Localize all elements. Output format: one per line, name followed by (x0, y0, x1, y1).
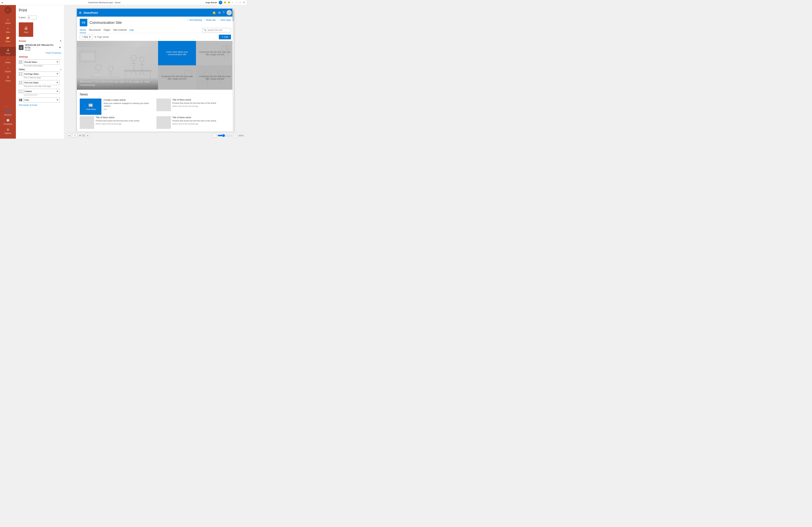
zoom-slider[interactable] (218, 134, 232, 137)
sp-news-featured[interactable]: 📰 + Add News (80, 99, 101, 115)
sidebar-item-open-label: Open (5, 40, 11, 42)
sidebar-item-print[interactable]: 🖨 Print (0, 47, 16, 56)
print-icon: 🖨 (6, 48, 10, 52)
sp-next-steps[interactable]: → Next steps (218, 19, 231, 21)
prev-page-button[interactable]: ◄ (67, 134, 71, 137)
sp-news-article-2-meta: Author name A few seconds ago (96, 123, 154, 125)
maximize-button[interactable]: □ (240, 1, 241, 4)
back-button[interactable]: ← (4, 6, 12, 14)
sp-news-create-time: now (104, 108, 154, 110)
zoom-out-button[interactable]: − (213, 134, 216, 137)
sidebar-item-close-label: Close (5, 80, 11, 82)
sp-waffle-icon[interactable]: ⊞ (79, 11, 82, 14)
sp-app-name: SharePoint (84, 11, 98, 14)
collated-value: 1,2,3 1,2,3 1,2,3 (24, 94, 60, 96)
sp-hero-tile-1: Learn more about your communication site (158, 41, 196, 65)
sp-news-article-1-meta: Author name A few seconds ago (172, 105, 231, 107)
sp-star-icon: ☆ (187, 19, 189, 21)
sp-hero-welcome-text: Welcome! Click Edit at the top right of … (80, 80, 155, 87)
sp-new-button[interactable]: + New ▼ (80, 35, 93, 39)
collated-select[interactable]: Collated (24, 89, 60, 94)
zoom-level: 161% (238, 134, 244, 137)
print-all-desc: Print entire presentation (24, 65, 60, 67)
slides-info-icon[interactable]: ℹ (60, 68, 61, 71)
printer-dropdown-icon[interactable]: ▼ (59, 46, 61, 49)
sp-hero-tile-3: Customize this tile with your own title,… (158, 65, 196, 90)
preview-page: ⊞ SharePoint 🔔 ⚙ ? CS Communi (77, 9, 234, 132)
app-container: ← ⌂ Home + New 📂 Open 🖨 Print ↑ Share ↓ … (0, 5, 246, 139)
sidebar-item-new[interactable]: + New (0, 26, 16, 35)
minimize-button[interactable]: ─ (236, 1, 237, 4)
sp-news-article-1-content: Title of News article Preview that shows… (172, 99, 231, 111)
sp-search-box[interactable]: 🔍 Search this site (202, 28, 231, 32)
titlebar-controls[interactable]: ─ □ ✕ (236, 1, 245, 4)
sidebar-bottom: 👤 Account 💬 Feedback ⚙ Options (4, 105, 12, 139)
sidebar-item-export[interactable]: ↓ Export (0, 65, 16, 74)
sp-new-chevron-icon: ▼ (89, 36, 91, 38)
sp-avatar[interactable] (227, 10, 232, 15)
sidebar-item-home[interactable]: ⌂ Home (0, 17, 16, 26)
preview-scroll[interactable]: ⊞ SharePoint 🔔 ⚙ ? CS Communi (64, 5, 246, 132)
sp-share-site[interactable]: ↑ Share site (204, 19, 216, 21)
sp-settings-icon[interactable]: ⚙ (218, 11, 221, 14)
sp-nav-pages[interactable]: Pages (104, 27, 110, 33)
color-icon (19, 98, 23, 102)
sp-nav-edit[interactable]: Edit (130, 29, 133, 31)
sp-page-details[interactable]: ⚙ Page details (95, 36, 109, 38)
sp-add-news-label: + Add News (85, 108, 96, 110)
sp-new-plus-icon: + (82, 36, 83, 38)
sp-news-time-3: A few seconds ago (183, 123, 198, 125)
current-page-input[interactable] (72, 134, 77, 137)
sp-edit-button[interactable]: ✎ Edit (219, 35, 231, 39)
copies-input[interactable] (28, 15, 37, 19)
printer-info-icon[interactable]: ℹ (60, 40, 61, 42)
sp-nav-documents[interactable]: Documents (89, 27, 101, 33)
sp-help-icon[interactable]: ? (223, 11, 224, 14)
sidebar-item-close[interactable]: ✕ Close (0, 74, 16, 83)
sidebar-item-export-label: Export (5, 70, 11, 73)
full-page-select[interactable]: Full Page Slides (24, 71, 60, 76)
sidebar-item-open[interactable]: 📂 Open (0, 35, 16, 44)
print-button[interactable]: 🖨 Print (19, 23, 33, 37)
sp-news-article-3: Title of News article Preview that shows… (157, 116, 231, 129)
sp-not-following[interactable]: ☆ Not following (187, 19, 202, 21)
svg-rect-1 (20, 61, 21, 63)
printer-properties-link[interactable]: Printer Properties (19, 52, 61, 54)
sidebar-item-account-label: Account (4, 114, 12, 116)
next-page-button[interactable]: ► (86, 134, 90, 137)
collated-setting: Collated 1,2,3 1,2,3 1,2,3 (19, 89, 61, 96)
sp-nav-home[interactable]: Home (80, 27, 86, 33)
sp-scrollbar[interactable] (232, 9, 234, 132)
sidebar-item-share[interactable]: ↑ Share (0, 56, 16, 65)
sp-site-header: CS Communication Site ☆ Not following ↑ … (77, 17, 234, 26)
close-button[interactable]: ✕ (243, 1, 245, 4)
sp-news: News 📰 + Add News Create a news article … (77, 90, 234, 132)
sp-news-author-2: Author name (96, 123, 106, 125)
sp-hero-right-section: Learn more about your communication site (158, 41, 234, 90)
one-sided-select[interactable]: Print One Sided (24, 80, 60, 85)
sp-news-article-2-title: Title of News article (96, 116, 154, 119)
sp-news-author-1: Author name (172, 105, 183, 107)
printer-name: HPD4D13B (HP OfficeJet Pro 8710) (25, 44, 57, 49)
svg-rect-7 (81, 53, 95, 61)
color-select[interactable]: Color (24, 98, 60, 102)
print-all-select[interactable]: Print All Slides (24, 59, 60, 65)
sidebar-item-feedback[interactable]: 💬 Feedback (4, 117, 12, 127)
sp-next-steps-icon: → (218, 19, 220, 21)
sidebar-item-account[interactable]: 👤 Account (4, 108, 12, 117)
sp-news-article-1-preview: Preview that shows the first few lines o… (172, 102, 231, 104)
sp-nav-site-contents[interactable]: Site contents (113, 27, 127, 33)
sp-news-article-2-content: Title of News article Preview that shows… (96, 116, 154, 129)
sp-news-thumb-2 (80, 116, 94, 129)
sp-bell-icon[interactable]: 🔔 (213, 11, 216, 14)
copies-label: Copies: (19, 16, 26, 19)
sidebar-item-options[interactable]: ⚙ Options (4, 127, 12, 136)
sp-news-row-2: Title of News article Preview that shows… (80, 116, 231, 129)
sp-nav: Home Documents Pages Site contents Edit … (77, 27, 234, 33)
full-page-icon (19, 72, 23, 76)
sp-news-time-1: A few seconds ago (183, 105, 198, 107)
zoom-in-button[interactable]: + (233, 134, 237, 137)
sidebar-item-feedback-label: Feedback (4, 123, 12, 125)
edit-header-footer-link[interactable]: Edit Header & Footer (19, 104, 61, 106)
svg-rect-2 (19, 73, 21, 75)
